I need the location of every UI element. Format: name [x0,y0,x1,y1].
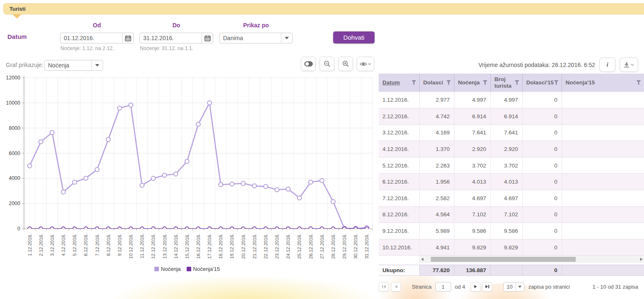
cell: 1.12.2016. [379,92,419,108]
last-page-button[interactable] [482,282,492,292]
filter-icon[interactable] [554,80,559,85]
cell: 0 [522,108,562,125]
col-header-0[interactable]: Datum [379,74,419,92]
svg-text:16.12.2016.: 16.12.2016. [196,234,201,259]
previous-page-button[interactable] [391,282,401,292]
table-infobar: Vrijeme ažurnosti podataka: 28.12.2016. … [379,56,644,74]
cell: 0 [522,239,562,256]
cell: 4.697 [490,190,522,207]
col-header-5[interactable]: Noćenja'15 [562,74,644,92]
next-page-button[interactable] [471,282,481,292]
info-button[interactable]: i [599,57,615,72]
svg-text:12000: 12000 [6,75,20,81]
filter-icon[interactable] [483,80,488,85]
cell [562,239,644,256]
totals-row: Ukupno:77.620136.8870 [379,265,644,276]
zoom-out-icon [324,60,331,67]
zoom-out-button[interactable] [320,57,334,71]
svg-text:7.12.2016.: 7.12.2016. [95,234,100,256]
series-visibility-button[interactable] [357,57,374,71]
cell: 2.920 [454,141,490,158]
dohvati-button[interactable]: Dohvati [333,31,375,43]
prikaz-po-label: Prikaz po [219,22,293,29]
table-row[interactable]: 10.12.2016.4.9419.8299.8290 [379,239,644,256]
table-row[interactable]: 6.12.2016.1.9564.0134.0130 [379,174,644,190]
filter-icon[interactable] [447,80,451,85]
table-row[interactable]: 1.12.2016.2.9774.9974.9970 [379,92,644,108]
turisti-dashboard: Turisti Datum Od Noćenje: 1.12. na 2.12.… [0,0,644,299]
horizontal-scrollbar[interactable] [419,256,644,263]
svg-text:20.12.2016.: 20.12.2016. [241,234,246,259]
cell: 7.102 [454,206,490,223]
cell: 4.013 [490,174,522,190]
cell: 6.914 [490,108,522,125]
svg-text:3.12.2016.: 3.12.2016. [50,234,55,256]
filter-icon[interactable] [515,80,519,85]
od-date-input[interactable] [60,33,122,43]
graf-prikazuje-value: Noćenja [45,62,91,69]
table-row[interactable]: 5.12.2016.2.2633.7023.7020 [379,157,644,174]
line-chart[interactable]: 0200040006000800010000120001.12.2016.2.1… [5,74,374,266]
export-button[interactable] [620,57,638,72]
chart-toggle-button[interactable] [301,57,316,71]
scrollbar-track[interactable] [425,257,638,262]
table-row[interactable]: 8.12.2016.4.5647.1027.1020 [379,206,644,223]
prikaz-po-select[interactable]: Danima [219,33,293,43]
cell: 2.12.2016. [379,108,419,125]
cell: 0 [522,190,562,207]
do-hint: Noćenje: 31.12. na 1.1. [140,45,193,51]
graf-prikazuje-select[interactable]: Noćenja [44,60,103,71]
datum-label: Datum [7,33,27,40]
filter-icon[interactable] [412,80,416,85]
legend-item[interactable]: Noćenja'15 [187,266,220,272]
table-row[interactable]: 4.12.2016.1.3702.9202.9200 [379,141,644,158]
do-calendar-button[interactable] [202,33,213,43]
first-page-button[interactable] [379,282,389,292]
total-cell [490,265,522,276]
scroll-right-icon[interactable] [638,258,644,261]
cell: 4.997 [454,92,490,108]
page-count-label: od 4 [455,284,465,290]
svg-text:18.12.2016.: 18.12.2016. [218,234,223,259]
do-date-input[interactable] [140,33,202,43]
svg-text:2000: 2000 [9,201,20,206]
cell [562,174,644,190]
col-header-2[interactable]: Noćenja [454,74,490,92]
table-row[interactable]: 9.12.2016.5.9899.5869.5860 [379,223,644,239]
legend-item[interactable]: Noćenja [154,266,181,272]
svg-text:14.12.2016.: 14.12.2016. [173,234,178,259]
cell: 4.169 [419,124,454,141]
col-header-3[interactable]: Broj turista [490,74,522,92]
cell: 9.586 [454,223,490,239]
table-row[interactable]: 7.12.2016.2.5824.6974.6970 [379,190,644,207]
page-size-select[interactable]: 10 [503,282,524,292]
cell: 1.370 [419,141,454,158]
cell: 2.263 [419,157,454,174]
svg-text:23.12.2016.: 23.12.2016. [274,234,279,259]
od-calendar-button[interactable] [122,33,133,43]
page-number-input[interactable] [435,282,451,292]
chart-section: Graf prikazuje: Noćenja 0200040006000800… [0,56,379,299]
table-row[interactable]: 2.12.2016.4.7426.9146.9140 [379,108,644,125]
svg-text:22.12.2016.: 22.12.2016. [263,234,268,259]
cell: 9.829 [454,239,490,256]
svg-text:26.12.2016.: 26.12.2016. [308,234,313,259]
cell: 10.12.2016. [379,239,419,256]
zoom-in-button[interactable] [338,57,353,71]
cell [562,124,644,141]
od-date-field[interactable] [60,33,134,43]
svg-text:9.12.2016.: 9.12.2016. [117,234,122,256]
svg-text:15.12.2016.: 15.12.2016. [185,234,190,259]
svg-text:29.12.2016.: 29.12.2016. [342,234,347,259]
cell: 3.702 [454,157,490,174]
col-header-1[interactable]: Dolasci [419,74,454,92]
svg-text:6.12.2016.: 6.12.2016. [83,234,88,256]
table-row[interactable]: 3.12.2016.4.1697.6417.6410 [379,124,644,141]
cell: 0 [522,92,562,108]
scrollbar-thumb[interactable] [431,257,576,262]
col-header-4[interactable]: Dolasci'15 [522,74,562,92]
scroll-left-icon[interactable] [419,258,425,261]
filter-icon[interactable] [637,80,641,85]
svg-text:6000: 6000 [9,151,20,156]
do-date-field[interactable] [139,33,213,43]
